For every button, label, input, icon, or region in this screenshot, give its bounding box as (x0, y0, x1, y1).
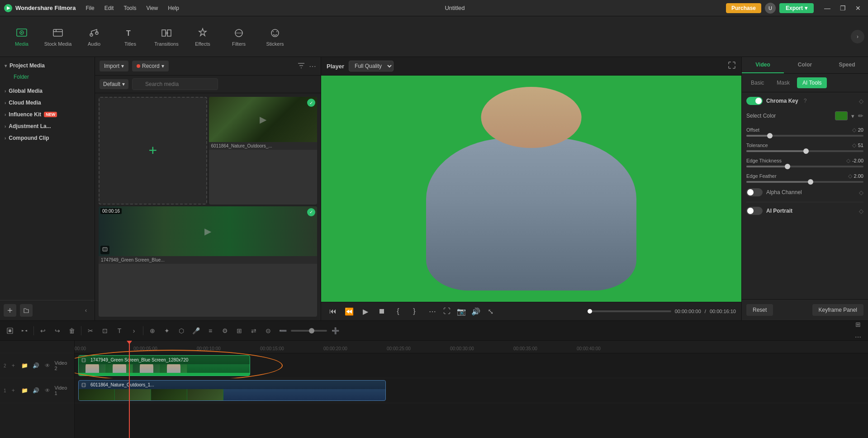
media-more-button[interactable]: ⋯ (309, 62, 316, 71)
tolerance-slider-thumb[interactable] (803, 148, 809, 154)
menu-view[interactable]: View (142, 3, 162, 13)
sidebar-add-button[interactable] (4, 304, 16, 317)
keyframe-panel-button[interactable]: Keyframe Panel (812, 304, 863, 316)
ai-effects-button[interactable]: ✦ (161, 324, 173, 337)
sidebar-item-cloud-media[interactable]: › Cloud Media (0, 97, 95, 109)
vol-up-button[interactable]: ➕ (329, 324, 342, 337)
magic-button[interactable]: ⚙ (218, 324, 231, 337)
sidebar-item-folder[interactable]: Folder (0, 71, 95, 82)
multi-track-button[interactable]: ⊞ (233, 324, 246, 337)
switch-button[interactable]: ⇄ (247, 324, 260, 337)
alpha-channel-settings-icon[interactable]: ◇ (859, 189, 863, 196)
tool-audio[interactable]: Audio (76, 19, 112, 55)
zoom-track[interactable] (291, 330, 327, 332)
cut-button[interactable]: ✂ (84, 324, 97, 337)
caption-button[interactable]: ≡ (204, 324, 217, 337)
track-clip-nature[interactable]: 6011864_Nature_Outdoors_1... (78, 380, 386, 401)
purchase-button[interactable]: Purchase (726, 3, 761, 13)
chroma-key-help-button[interactable]: ? (804, 98, 807, 104)
sidebar-item-project-media[interactable]: ▾ Project Media (0, 60, 95, 71)
reset-button[interactable]: Reset (746, 304, 773, 316)
color-swatch[interactable] (835, 111, 848, 120)
track-video1-add-button[interactable]: + (9, 386, 18, 395)
default-sort-button[interactable]: Default ▾ (100, 79, 128, 89)
color-dropdown-button[interactable]: ▾ (851, 113, 854, 119)
sub-tab-mask[interactable]: Mask (771, 77, 795, 88)
ai-portrait-toggle[interactable] (746, 207, 763, 215)
sidebar-item-compound-clip[interactable]: › Compound Clip (0, 132, 95, 144)
tl-grid-button[interactable]: ⊞ (852, 318, 864, 331)
snapshot-button[interactable]: 📷 (455, 305, 468, 318)
export-button[interactable]: Export ▾ (779, 3, 814, 13)
tool-titles[interactable]: T Titles (112, 19, 148, 55)
track-video1-folder-button[interactable]: 📁 (20, 386, 29, 395)
frame-back-button[interactable]: ⏪ (343, 305, 356, 318)
edge-feather-slider-thumb[interactable] (808, 179, 813, 185)
offset-keyframe-button[interactable]: ◇ (852, 127, 856, 133)
speed-tl-button[interactable]: ⊝ (262, 324, 275, 337)
menu-help[interactable]: Help (163, 3, 184, 13)
undo-button[interactable]: ↩ (37, 324, 49, 337)
track-video1-audio-button[interactable]: 🔊 (32, 386, 40, 395)
sub-tab-ai-tools[interactable]: AI Tools (797, 77, 827, 88)
tolerance-slider[interactable] (746, 150, 863, 152)
track-video2-folder-button[interactable]: 📁 (20, 361, 29, 370)
crop-tl-button[interactable]: ⊡ (99, 324, 111, 337)
avatar[interactable]: U (765, 3, 776, 14)
edge-thickness-slider-thumb[interactable] (785, 164, 790, 169)
audio-button[interactable]: 🔊 (470, 305, 482, 318)
minimize-button[interactable]: — (821, 2, 834, 14)
text-tl-button[interactable]: T (113, 324, 126, 337)
play-button[interactable]: ▶ (359, 305, 372, 318)
clip-ctrl-1[interactable]: ⋯ (426, 305, 439, 318)
track-clip-greenscreen[interactable]: 1747949_Green Screen_Blue Screen_1280x72… (78, 355, 250, 376)
track-video1-eye-button[interactable]: 👁 (43, 386, 52, 395)
edge-thickness-keyframe-button[interactable]: ◇ (846, 157, 850, 164)
tab-color[interactable]: Color (784, 57, 826, 73)
playhead[interactable] (129, 341, 130, 438)
zoom-thumb[interactable] (309, 328, 314, 333)
track-video2-audio-button[interactable]: 🔊 (32, 361, 40, 370)
select-tool-button[interactable] (4, 324, 16, 337)
crop-button[interactable]: ⤡ (484, 305, 497, 318)
toolbar-expand-button[interactable]: › (851, 30, 864, 43)
mark-in-button[interactable]: { (392, 305, 404, 318)
tool-transitions[interactable]: Transitions (148, 19, 185, 55)
player-fullscreen-button[interactable] (728, 61, 736, 71)
track-video2-eye-button[interactable]: 👁 (43, 361, 52, 370)
quality-select[interactable]: Full Quality 1/2 Quality 1/4 Quality (349, 61, 394, 71)
alpha-channel-toggle[interactable] (746, 188, 763, 196)
sidebar-item-influence-kit[interactable]: › Influence Kit NEW (0, 109, 95, 120)
record-button[interactable]: Record ▾ (132, 61, 169, 71)
more-tl-button[interactable]: › (128, 324, 140, 337)
edge-feather-keyframe-button[interactable]: ◇ (848, 173, 852, 179)
add-media-item[interactable]: + (99, 97, 207, 205)
chroma-key-toggle[interactable] (746, 97, 763, 105)
tool-stickers[interactable]: Stickers (257, 19, 293, 55)
tool-effects[interactable]: Effects (185, 19, 221, 55)
media-item-greenscreen[interactable]: 00:00:16 ▶ ✓ 1747949_Green Screen_Blue..… (99, 206, 317, 317)
menu-tools[interactable]: Tools (119, 3, 141, 13)
maximize-button[interactable]: ❐ (836, 2, 849, 14)
offset-slider[interactable] (746, 135, 863, 137)
tab-speed[interactable]: Speed (826, 57, 868, 73)
tool-filters[interactable]: Filters (221, 19, 257, 55)
sidebar-folder-button[interactable] (20, 304, 33, 317)
offset-slider-thumb[interactable] (767, 133, 773, 138)
menu-edit[interactable]: Edit (100, 3, 119, 13)
player-progress-thumb[interactable] (588, 309, 592, 314)
sidebar-item-global-media[interactable]: › Global Media (0, 85, 95, 97)
media-filter-button[interactable] (297, 62, 305, 71)
media-item-nature[interactable]: ▶ ✓ 6011864_Nature_Outdoors_... (209, 97, 318, 205)
delete-button[interactable]: 🗑 (66, 324, 78, 337)
edge-thickness-slider[interactable] (746, 166, 863, 167)
fullscreen-player-button[interactable]: ⛶ (441, 305, 453, 318)
ai-portrait-settings-icon[interactable]: ◇ (859, 208, 863, 214)
import-button[interactable]: Import ▾ (100, 61, 128, 71)
mark-out-button[interactable]: } (408, 305, 421, 318)
player-progress-bar[interactable] (588, 310, 671, 312)
audio-record-button[interactable]: 🎤 (190, 324, 202, 337)
scene-detect-button[interactable]: ⊕ (146, 324, 159, 337)
redo-button[interactable]: ↪ (51, 324, 64, 337)
sidebar-item-adjustment-layer[interactable]: › Adjustment La... (0, 120, 95, 132)
